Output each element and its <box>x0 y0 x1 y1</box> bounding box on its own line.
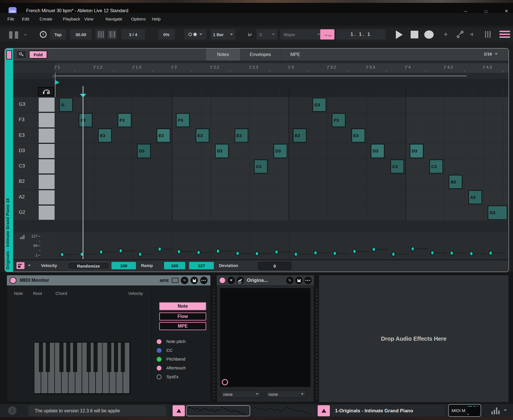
slice-mode-icon[interactable] <box>107 29 117 40</box>
menu-item-edit[interactable]: Edit <box>22 16 29 21</box>
key-scale-menu[interactable]: Major <box>280 29 324 40</box>
midi-note[interactable]: F3 <box>332 113 346 127</box>
ruler-tick[interactable]: 2.3 <box>250 65 258 69</box>
flat-sharp-icon[interactable]: ♭♯ <box>245 29 255 40</box>
arrangement-position-field[interactable]: 1. 1. 1 <box>336 29 386 40</box>
mode-flow-button[interactable]: Flow <box>159 313 206 320</box>
velocity-dot[interactable] <box>392 252 395 256</box>
routing-select-1[interactable]: none <box>221 390 261 398</box>
ruler-tick[interactable]: 3.3 <box>367 65 375 69</box>
velocity-dot[interactable] <box>216 249 220 253</box>
tap-metronome-icon[interactable] <box>40 31 47 38</box>
midi-note[interactable]: C3 <box>254 160 268 173</box>
velocity-stem[interactable] <box>278 252 291 252</box>
velocity-stem[interactable] <box>200 252 213 253</box>
device-drop-strip[interactable] <box>315 288 319 402</box>
velocity-dot[interactable] <box>177 249 181 254</box>
clip-launch-button[interactable] <box>173 405 185 416</box>
ruler-tick[interactable]: 1 <box>55 65 60 69</box>
velocity-dot[interactable] <box>119 249 123 253</box>
back-arrow-icon[interactable]: ◀ <box>470 32 473 37</box>
follow-icon[interactable]: →‥ <box>320 29 334 40</box>
fold-button[interactable]: Fold <box>29 51 47 59</box>
randomize-button[interactable]: Randomize <box>67 262 110 270</box>
velocity-dot[interactable] <box>197 250 200 255</box>
midi-note[interactable]: G <box>59 98 73 112</box>
velocity-dot[interactable] <box>333 251 337 256</box>
velocity-stem[interactable] <box>64 254 77 255</box>
black-key[interactable] <box>66 342 70 372</box>
plus-icon[interactable]: + <box>444 30 448 39</box>
velocity-stem[interactable] <box>492 253 505 253</box>
velocity-stem[interactable] <box>434 253 447 253</box>
velocity-dot[interactable] <box>372 247 376 252</box>
metronome-button[interactable] <box>184 29 206 40</box>
beat-time-ruler[interactable]: 11.21.322.22.333.23.344.24.3 <box>13 63 508 73</box>
velocity-dot[interactable] <box>236 251 239 256</box>
midi-note[interactable]: D3 <box>274 144 287 158</box>
velocity-stem[interactable] <box>414 249 427 249</box>
draw-mode-icon[interactable] <box>96 29 106 40</box>
velocity-dot[interactable] <box>275 250 278 254</box>
link-icon[interactable] <box>456 30 465 39</box>
midi-note[interactable]: C3 <box>390 160 404 173</box>
preview-headphone-button[interactable] <box>38 87 54 96</box>
chevron-down-icon[interactable] <box>227 277 235 284</box>
midi-keys-icon[interactable] <box>16 262 24 269</box>
velocity-dot[interactable] <box>489 251 493 255</box>
device-drop-strip[interactable] <box>212 288 216 402</box>
velocity-stem[interactable] <box>317 253 330 253</box>
velocity-dot[interactable] <box>411 247 415 251</box>
piano-key-c3[interactable] <box>39 159 55 173</box>
scrub-area[interactable] <box>55 86 508 97</box>
track-clip-thumbnail[interactable] <box>254 406 315 416</box>
black-key[interactable] <box>59 342 63 372</box>
device-chip[interactable]: MIDI M <box>448 404 481 417</box>
velocity-stem[interactable] <box>161 249 174 249</box>
tap-tempo-button[interactable]: Tap <box>50 29 66 40</box>
midi-note[interactable]: E3 <box>293 129 307 142</box>
ruler-tick[interactable]: 4 <box>406 65 411 69</box>
velocity-stem[interactable] <box>395 254 408 255</box>
piano-key-a2[interactable] <box>39 190 55 204</box>
velocity-dot[interactable] <box>99 250 103 254</box>
ruler-tick[interactable]: 2 <box>172 65 177 69</box>
midi-note[interactable]: E3 <box>351 129 365 142</box>
midi-note[interactable]: F3 <box>176 113 190 127</box>
ruler-tick[interactable]: 4.3 <box>483 65 492 69</box>
velocity-dot[interactable] <box>138 252 142 256</box>
tab-mpe[interactable]: MPE <box>280 49 310 61</box>
velocity-dot[interactable] <box>450 251 454 255</box>
piano-key-b2[interactable] <box>39 175 55 189</box>
velocity-dot[interactable] <box>431 251 434 255</box>
midi-note[interactable]: G2 <box>488 206 507 220</box>
ruler-tick[interactable]: 1.3 <box>133 65 141 69</box>
velocity-stem[interactable] <box>83 254 96 255</box>
velocity-stem[interactable] <box>181 251 194 252</box>
piano-key-d3[interactable] <box>39 144 55 158</box>
mini-keyboard[interactable] <box>34 342 131 394</box>
black-key[interactable] <box>87 342 91 372</box>
midi-monitor-header[interactable]: MIDI Monitor MPE ↻ ••• <box>7 275 210 285</box>
velocity-stem[interactable] <box>103 252 116 252</box>
tab-envelopes[interactable]: Envelopes <box>240 49 280 61</box>
piano-key-g3[interactable] <box>39 98 55 112</box>
velocity-stem[interactable] <box>336 253 349 254</box>
arrangement-overview-icon[interactable] <box>9 31 13 39</box>
grid-resolution-menu[interactable]: 1/16 <box>484 51 498 56</box>
menu-item-create[interactable]: Create <box>40 16 52 21</box>
device-on-toggle[interactable] <box>219 277 226 284</box>
mode-mpe-button[interactable]: MPE <box>159 322 206 330</box>
midi-note[interactable]: G3 <box>313 98 326 112</box>
instrument-header[interactable]: Origina... ↻ ••• <box>217 275 314 285</box>
play-icon[interactable] <box>396 30 403 39</box>
midi-note[interactable]: E3 <box>98 129 112 142</box>
black-key[interactable] <box>107 342 111 372</box>
more-dots-icon[interactable]: ••• <box>200 277 208 284</box>
menu-item-options[interactable]: Options <box>131 16 146 21</box>
black-key[interactable] <box>39 342 43 372</box>
cpu-meter-icon[interactable] <box>485 31 493 38</box>
chevron-down-icon[interactable] <box>504 409 507 411</box>
velocity-dot[interactable] <box>469 251 473 256</box>
clip-color-chip[interactable] <box>6 50 12 59</box>
